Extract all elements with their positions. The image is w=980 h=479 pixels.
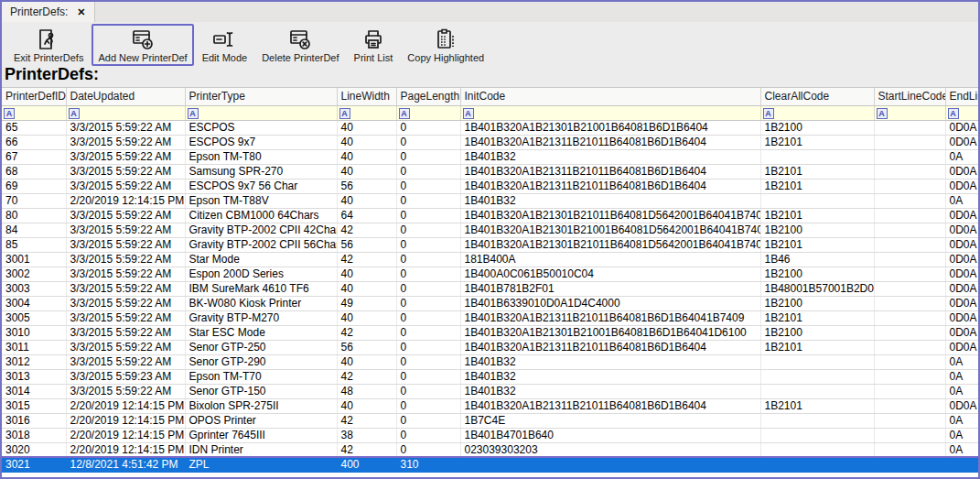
cell-linewidth[interactable]: 56 bbox=[337, 340, 396, 354]
filter-type-icon[interactable]: A bbox=[463, 108, 474, 119]
cell-startlinecode[interactable] bbox=[874, 384, 945, 398]
cell-linewidth[interactable]: 48 bbox=[337, 384, 396, 398]
table-row[interactable]: 30133/3/2015 5:59:23 AMEpson TM-T704201B… bbox=[2, 369, 978, 384]
cell-initcode[interactable]: 1B401B32 bbox=[460, 354, 760, 369]
cell-linewidth[interactable]: 42 bbox=[337, 223, 396, 237]
cell-endlin[interactable]: 0D0A bbox=[945, 281, 978, 296]
cell-dateupdated[interactable]: 3/3/2015 5:59:22 AM bbox=[66, 310, 185, 325]
filter-cell[interactable]: A bbox=[2, 105, 66, 120]
cell-endlin[interactable]: 0A bbox=[945, 384, 978, 398]
cell-linewidth[interactable]: 64 bbox=[337, 208, 396, 223]
cell-printertype[interactable]: IBM SureMark 4610 TF6 bbox=[185, 281, 337, 296]
column-header-clearallcode[interactable]: ClearAllCode bbox=[760, 88, 874, 105]
cell-endlin[interactable]: 0D0A bbox=[945, 398, 978, 413]
cell-printertype[interactable]: ESCPOS 9x7 56 Char bbox=[185, 179, 337, 193]
table-row[interactable]: 653/3/2015 5:59:22 AMESCPOS4001B401B320A… bbox=[2, 120, 978, 135]
cell-pagelength[interactable]: 0 bbox=[396, 325, 460, 340]
table-row[interactable]: 693/3/2015 5:59:22 AMESCPOS 9x7 56 Char5… bbox=[2, 179, 978, 193]
copy-highlighted-button[interactable]: Copy Highlighted bbox=[401, 24, 490, 66]
cell-pagelength[interactable]: 0 bbox=[396, 208, 460, 223]
table-row[interactable]: 30033/3/2015 5:59:22 AMIBM SureMark 4610… bbox=[2, 281, 978, 296]
filter-cell[interactable]: A bbox=[185, 105, 337, 120]
cell-startlinecode[interactable] bbox=[874, 340, 945, 354]
cell-linewidth[interactable]: 40 bbox=[337, 120, 396, 135]
table-row[interactable]: 30053/3/2015 5:59:22 AMGravity BTP-M2704… bbox=[2, 310, 978, 325]
cell-initcode[interactable]: 1B401B32 bbox=[460, 384, 760, 398]
cell-pagelength[interactable]: 0 bbox=[396, 340, 460, 354]
cell-clearallcode[interactable]: 1B2100 bbox=[760, 223, 874, 237]
cell-startlinecode[interactable] bbox=[874, 428, 945, 442]
cell-pagelength[interactable]: 0 bbox=[396, 354, 460, 369]
cell-linewidth[interactable]: 42 bbox=[337, 369, 396, 384]
cell-clearallcode[interactable]: 1B2100 bbox=[760, 120, 874, 135]
column-header-startlinecode[interactable]: StartLineCode bbox=[874, 88, 945, 105]
cell-initcode[interactable]: 1B401B320A1B21311B21011B64081B6D1B6404 bbox=[460, 398, 760, 413]
cell-printertype[interactable]: Senor GTP-250 bbox=[185, 340, 337, 354]
cell-clearallcode[interactable]: 1B46 bbox=[760, 252, 874, 267]
cell-dateupdated[interactable]: 2/20/2019 12:14:15 PM bbox=[66, 442, 185, 457]
cell-linewidth[interactable]: 40 bbox=[337, 310, 396, 325]
table-row[interactable]: 673/3/2015 5:59:22 AMEpson TM-T804001B40… bbox=[2, 149, 978, 164]
cell-initcode[interactable]: 1B401B781B2F01 bbox=[460, 281, 760, 296]
cell-dateupdated[interactable]: 3/3/2015 5:59:22 AM bbox=[66, 325, 185, 340]
cell-linewidth[interactable]: 40 bbox=[337, 354, 396, 369]
filter-cell[interactable]: A bbox=[760, 105, 874, 120]
cell-linewidth[interactable]: 38 bbox=[337, 428, 396, 442]
cell-initcode[interactable]: 1B401B320A1B21311B21011B64081B6D1B6404 bbox=[460, 340, 760, 354]
table-row[interactable]: 843/3/2015 5:59:22 AMGravity BTP-2002 CP… bbox=[2, 223, 978, 237]
filter-type-icon[interactable]: A bbox=[399, 108, 410, 119]
cell-pagelength[interactable]: 0 bbox=[396, 237, 460, 252]
cell-startlinecode[interactable] bbox=[874, 179, 945, 193]
cell-dateupdated[interactable]: 3/3/2015 5:59:22 AM bbox=[66, 223, 185, 237]
cell-endlin[interactable] bbox=[945, 457, 978, 472]
cell-linewidth[interactable]: 40 bbox=[337, 398, 396, 413]
cell-printerdefid[interactable]: 3018 bbox=[2, 428, 66, 442]
cell-initcode[interactable]: 1B401B320A1B21301B21011B64081D5642001B64… bbox=[460, 208, 760, 223]
cell-printerdefid[interactable]: 3005 bbox=[2, 310, 66, 325]
cell-printerdefid[interactable]: 85 bbox=[2, 237, 66, 252]
table-row[interactable]: 30023/3/2015 5:59:22 AMEspon 200D Series… bbox=[2, 267, 978, 281]
cell-endlin[interactable]: 0D0A bbox=[945, 135, 978, 149]
cell-printertype[interactable]: Epson TM-T70 bbox=[185, 369, 337, 384]
cell-startlinecode[interactable] bbox=[874, 325, 945, 340]
cell-printertype[interactable]: Gravity BTP-2002 CPII 42Chars bbox=[185, 223, 337, 237]
cell-initcode[interactable]: 1B401B320A1B21311B21011B64081B6D1B6404 bbox=[460, 164, 760, 179]
cell-clearallcode[interactable]: 1B2101 bbox=[760, 164, 874, 179]
cell-clearallcode[interactable] bbox=[760, 413, 874, 428]
table-row[interactable]: 30103/3/2015 5:59:22 AMStar ESC Mode4201… bbox=[2, 325, 978, 340]
column-header-printerdefid[interactable]: PrinterDefID bbox=[2, 88, 66, 105]
cell-dateupdated[interactable]: 3/3/2015 5:59:22 AM bbox=[66, 267, 185, 281]
cell-printertype[interactable]: Gravity BTP-M270 bbox=[185, 310, 337, 325]
filter-cell[interactable]: A bbox=[945, 105, 978, 120]
cell-initcode[interactable]: 1B401B6339010D0A1D4C4000 bbox=[460, 296, 760, 310]
cell-initcode[interactable]: 1B401B320A1B21301B21001B64081B6D1B64041D… bbox=[460, 325, 760, 340]
filter-cell[interactable]: A bbox=[396, 105, 460, 120]
cell-initcode[interactable]: 1B401B320A1B21311B21011B64081B6D1B6404 bbox=[460, 179, 760, 193]
cell-pagelength[interactable]: 0 bbox=[396, 442, 460, 457]
table-row[interactable]: 30123/3/2015 5:59:22 AMSenor GTP-2904001… bbox=[2, 354, 978, 369]
table-row[interactable]: 30162/20/2019 12:14:15 PMOPOS Printer420… bbox=[2, 413, 978, 428]
cell-clearallcode[interactable] bbox=[760, 384, 874, 398]
cell-pagelength[interactable]: 0 bbox=[396, 398, 460, 413]
table-row[interactable]: 702/20/2019 12:14:15 PMEpson TM-T88V4001… bbox=[2, 193, 978, 208]
cell-printertype[interactable]: OPOS Printer bbox=[185, 413, 337, 428]
cell-initcode[interactable]: 1B401B320A1B21301B21001B64081D5642001B64… bbox=[460, 223, 760, 237]
cell-endlin[interactable]: 0D0A bbox=[945, 164, 978, 179]
cell-startlinecode[interactable] bbox=[874, 208, 945, 223]
column-header-printertype[interactable]: PrinterType bbox=[185, 88, 337, 105]
cell-printerdefid[interactable]: 67 bbox=[2, 149, 66, 164]
cell-dateupdated[interactable]: 3/3/2015 5:59:23 AM bbox=[66, 369, 185, 384]
cell-pagelength[interactable]: 0 bbox=[396, 223, 460, 237]
cell-endlin[interactable]: 0D0A bbox=[945, 252, 978, 267]
cell-initcode[interactable]: 1B7C4E bbox=[460, 413, 760, 428]
cell-startlinecode[interactable] bbox=[874, 135, 945, 149]
cell-startlinecode[interactable] bbox=[874, 193, 945, 208]
cell-clearallcode[interactable]: 1B2101 bbox=[760, 179, 874, 193]
table-row[interactable]: 30013/3/2015 5:59:22 AMStar Mode420181B4… bbox=[2, 252, 978, 267]
cell-printertype[interactable]: ESCPOS 9x7 bbox=[185, 135, 337, 149]
cell-linewidth[interactable]: 42 bbox=[337, 413, 396, 428]
cell-printerdefid[interactable]: 69 bbox=[2, 179, 66, 193]
cell-clearallcode[interactable]: 1B2101 bbox=[760, 135, 874, 149]
table-row[interactable]: 663/3/2015 5:59:22 AMESCPOS 9x74001B401B… bbox=[2, 135, 978, 149]
filter-cell[interactable]: A bbox=[337, 105, 396, 120]
